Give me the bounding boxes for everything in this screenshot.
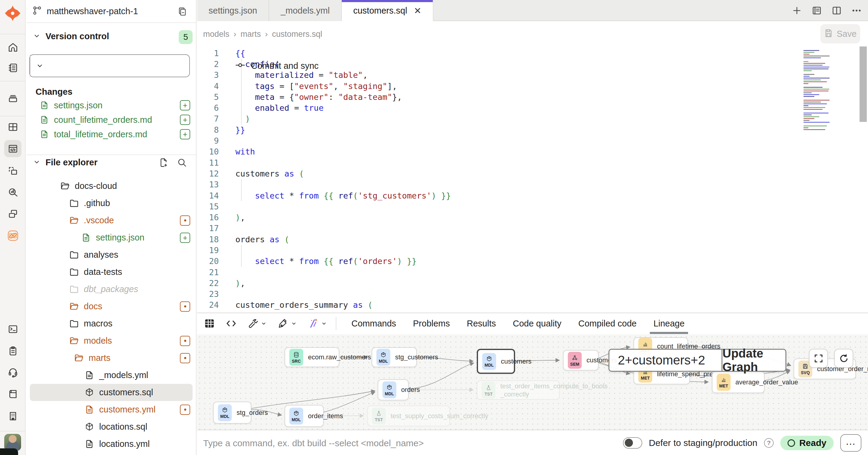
code-line-18[interactable]: 18orders as ( bbox=[197, 234, 868, 245]
code-line-11[interactable]: 11 bbox=[197, 157, 868, 168]
rail-clipboard-icon[interactable] bbox=[4, 342, 22, 359]
code-line-15[interactable]: 15 bbox=[197, 201, 868, 212]
panel-tab-compiled-code[interactable]: Compiled code bbox=[570, 313, 645, 334]
defer-toggle[interactable] bbox=[623, 437, 642, 449]
tree-item-macros[interactable]: macros bbox=[30, 315, 193, 332]
code-line-16[interactable]: 16), bbox=[197, 212, 868, 223]
panel-tab-commands[interactable]: Commands bbox=[343, 313, 404, 334]
code-line-14[interactable]: 14 select * from {{ ref('stg_customers')… bbox=[197, 190, 868, 201]
close-icon[interactable]: ✕ bbox=[414, 5, 421, 16]
lineage-canvas[interactable]: SRC ecom.raw_customers MDL stg_customers… bbox=[197, 334, 868, 430]
tree-item-marts[interactable]: marts bbox=[30, 349, 193, 367]
breadcrumb-file[interactable]: customers.sql bbox=[272, 30, 322, 39]
tree-item-locations.yml[interactable]: locations.yml bbox=[30, 435, 193, 453]
code-line-10[interactable]: 10with bbox=[197, 146, 868, 157]
tree-item-data-tests[interactable]: data-tests bbox=[30, 263, 193, 281]
more-options-button[interactable]: … bbox=[840, 434, 861, 452]
tab-settings.json[interactable]: settings.json bbox=[197, 0, 269, 21]
code-line-24[interactable]: 24customer_orders_summary as ( bbox=[197, 300, 868, 311]
tree-item-dbt_packages[interactable]: dbt_packages bbox=[30, 281, 193, 298]
rail-headset-icon[interactable] bbox=[4, 364, 22, 381]
stage-file-button[interactable]: + bbox=[180, 100, 190, 110]
copy-branch-icon[interactable] bbox=[177, 7, 187, 18]
panel-tab-code-quality[interactable]: Code quality bbox=[504, 313, 569, 334]
tree-item-analyses[interactable]: analyses bbox=[30, 246, 193, 263]
rail-building-icon[interactable] bbox=[4, 407, 22, 425]
rail-windows-icon[interactable] bbox=[4, 205, 22, 222]
tree-item-.github[interactable]: .github bbox=[30, 195, 193, 212]
plus-icon[interactable] bbox=[792, 5, 802, 16]
lineage-node-average_order_value[interactable]: MET average_order_value bbox=[712, 371, 765, 393]
code-line-4[interactable]: 4 tags = ["events", "staging"], bbox=[197, 81, 868, 91]
question-icon[interactable]: ? bbox=[764, 438, 774, 448]
lineage-node-orders[interactable]: MDL orders bbox=[378, 379, 409, 400]
commit-dropdown-button[interactable] bbox=[30, 55, 49, 77]
rail-insights-icon[interactable] bbox=[4, 183, 22, 201]
rail-canvas-icon[interactable] bbox=[4, 162, 22, 179]
tree-item-locations.sql[interactable]: locations.sql bbox=[30, 418, 193, 435]
code-line-21[interactable]: 21 bbox=[197, 267, 868, 278]
rail-archive-icon[interactable] bbox=[4, 89, 22, 107]
code-line-6[interactable]: 6 enabled = true bbox=[197, 102, 868, 113]
lineage-node-test_order_items_compute_to_bools[interactable]: TST test_order_items_compute_to_bools _c… bbox=[477, 380, 560, 400]
lineage-node-order_items[interactable]: MDL order_items bbox=[284, 405, 324, 427]
lineage-node-customers[interactable]: MDL customers bbox=[477, 349, 515, 374]
rail-book-icon[interactable] bbox=[4, 385, 22, 402]
changed-file[interactable]: settings.json + bbox=[26, 98, 196, 113]
code-line-7[interactable]: 7 ) bbox=[197, 113, 868, 124]
panel-tab-lineage[interactable]: Lineage bbox=[645, 313, 693, 334]
save-button[interactable]: Save bbox=[820, 24, 860, 44]
lineage-node-stg_customers[interactable]: MDL stg_customers bbox=[372, 347, 417, 367]
rail-notebook-icon[interactable] bbox=[4, 59, 22, 76]
commit-and-sync-button[interactable]: Commit and sync bbox=[29, 54, 190, 77]
command-input[interactable]: Type a command, ex. dbt build --select <… bbox=[203, 438, 424, 448]
code-line-5[interactable]: 5 meta = {"owner": "data-team"}, bbox=[197, 91, 868, 102]
file-explorer-section[interactable]: File explorer bbox=[33, 158, 97, 167]
update-graph-button[interactable]: Update Graph bbox=[721, 350, 785, 371]
ai-sparkle-icon[interactable] bbox=[307, 318, 327, 329]
panel-tab-results[interactable]: Results bbox=[458, 313, 504, 334]
stage-file-button[interactable]: + bbox=[180, 115, 190, 125]
split-pane-icon[interactable] bbox=[831, 5, 842, 16]
format-nib-icon[interactable] bbox=[277, 318, 297, 329]
changelog-icon[interactable] bbox=[811, 5, 822, 16]
more-icon[interactable] bbox=[851, 5, 862, 16]
code-line-22[interactable]: 22), bbox=[197, 278, 868, 288]
stage-file-button[interactable]: + bbox=[180, 233, 190, 243]
fullscreen-icon[interactable] bbox=[809, 349, 828, 368]
tree-item-customers.sql[interactable]: customers.sql bbox=[30, 384, 193, 401]
lineage-node-customers[interactable]: SEM customers bbox=[563, 350, 598, 371]
code-line-20[interactable]: 20 select * from {{ ref('orders') }} bbox=[197, 256, 868, 267]
rail-dbt-copilot-icon[interactable] bbox=[4, 227, 22, 244]
tree-item-settings.json[interactable]: settings.json+ bbox=[30, 229, 193, 246]
rail-terminal-icon[interactable] bbox=[4, 320, 22, 338]
tree-item-_models.yml[interactable]: _models.yml bbox=[30, 367, 193, 384]
rail-home-icon[interactable] bbox=[4, 39, 22, 56]
rail-code-editor-icon[interactable] bbox=[4, 140, 22, 157]
code-line-19[interactable]: 19 bbox=[197, 245, 868, 256]
stage-file-button[interactable]: + bbox=[180, 129, 190, 139]
code-line-13[interactable]: 13 bbox=[197, 179, 868, 190]
dbt-logo-icon[interactable] bbox=[4, 5, 21, 22]
code-line-12[interactable]: 12customers as ( bbox=[197, 168, 868, 179]
panel-tab-problems[interactable]: Problems bbox=[404, 313, 458, 334]
code-line-8[interactable]: 8}} bbox=[197, 124, 868, 135]
tree-item-models[interactable]: models bbox=[30, 332, 193, 349]
lineage-node-ecom.raw_customers[interactable]: SRC ecom.raw_customers bbox=[284, 347, 339, 367]
breadcrumb-marts[interactable]: marts bbox=[241, 30, 261, 39]
new-file-icon[interactable] bbox=[159, 158, 169, 169]
lineage-node-stg_orders[interactable]: MDL stg_orders bbox=[213, 402, 251, 424]
code-line-23[interactable]: 23 bbox=[197, 289, 868, 300]
tree-item-docs-cloud[interactable]: docs-cloud bbox=[30, 177, 193, 195]
refresh-icon[interactable] bbox=[834, 349, 853, 368]
code-icon[interactable] bbox=[225, 318, 237, 329]
commit-and-sync-main[interactable]: Commit and sync bbox=[227, 55, 868, 77]
tab-customers.sql[interactable]: customers.sql✕ bbox=[342, 0, 433, 21]
tree-item-customers.yml[interactable]: customers.yml bbox=[30, 401, 193, 418]
code-line-9[interactable]: 9 bbox=[197, 135, 868, 146]
changed-file[interactable]: count_lifetime_orders.md + bbox=[26, 113, 196, 127]
build-wrench-icon[interactable] bbox=[247, 318, 267, 329]
lineage-node-test_supply_costs_sum_correctly[interactable]: TST test_supply_costs_sum_correctly bbox=[367, 405, 450, 426]
changed-file[interactable]: total_lifetime_orders.md + bbox=[26, 127, 196, 142]
results-table-icon[interactable] bbox=[204, 318, 215, 329]
